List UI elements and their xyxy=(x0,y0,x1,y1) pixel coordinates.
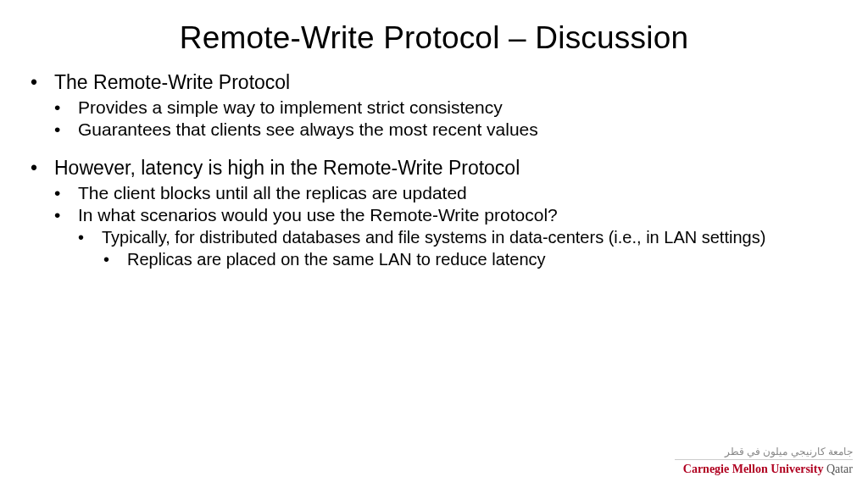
footer-logo: جامعة كارنيجي ميلون في قطر Carnegie Mell… xyxy=(675,446,853,476)
logo-location: Qatar xyxy=(823,463,853,475)
logo-org: Carnegie Mellon University xyxy=(683,463,824,475)
slide-title: Remote-Write Protocol – Discussion xyxy=(42,20,826,56)
logo-divider xyxy=(675,459,853,460)
bullet-l2: Provides a simple way to implement stric… xyxy=(66,97,826,118)
bullet-l3: Typically, for distributed databases and… xyxy=(90,227,826,248)
bullet-l1: However, latency is high in the Remote-W… xyxy=(42,157,826,180)
bullet-l1: The Remote-Write Protocol xyxy=(42,71,826,94)
bullet-l4: Replicas are placed on the same LAN to r… xyxy=(115,250,826,269)
content-body: The Remote-Write Protocol Provides a sim… xyxy=(42,71,826,269)
bullet-l2: Guarantees that clients see always the m… xyxy=(66,119,826,140)
logo-arabic-text: جامعة كارنيجي ميلون في قطر xyxy=(675,446,853,458)
logo-main-text: Carnegie Mellon University Qatar xyxy=(675,462,853,476)
slide: Remote-Write Protocol – Discussion The R… xyxy=(0,0,868,488)
bullet-l2: The client blocks until all the replicas… xyxy=(66,183,826,203)
bullet-l2: In what scenarios would you use the Remo… xyxy=(66,205,826,225)
